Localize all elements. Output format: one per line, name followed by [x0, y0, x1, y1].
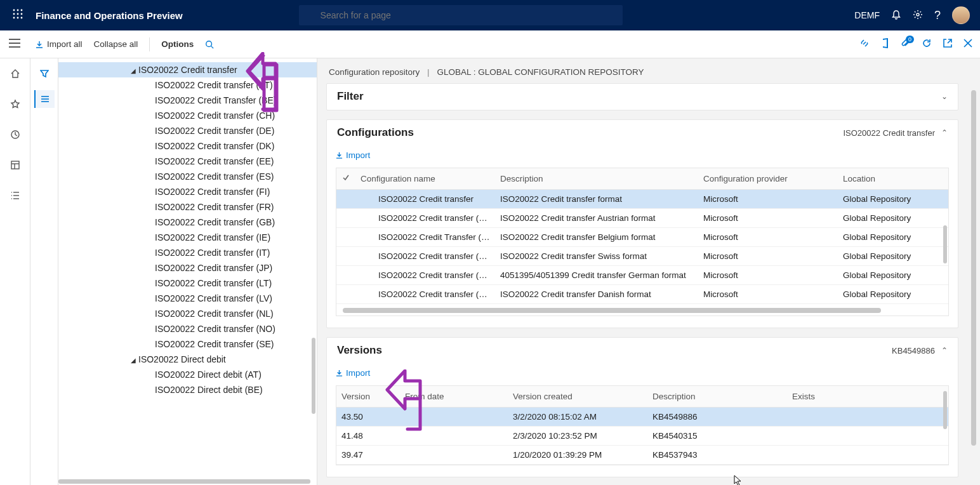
tree-node[interactable]: ISO20022 Credit transfer (SE) [58, 336, 317, 352]
configurations-subtitle: ISO20022 Credit transfer [843, 128, 935, 138]
svg-point-11 [917, 13, 919, 16]
col-location[interactable]: Location [838, 174, 948, 183]
col-ver-description[interactable]: Description [647, 392, 787, 401]
modules-icon[interactable] [5, 185, 25, 206]
table-row[interactable]: 39.471/20/2020 01:39:29 PMKB4537943 [336, 446, 948, 465]
tree-node[interactable]: ISO20022 Credit transfer (DE) [58, 123, 317, 138]
versions-subtitle: KB4549886 [892, 346, 935, 355]
tree-node[interactable]: ISO20022 Direct debit (BE) [58, 382, 317, 397]
table-row[interactable]: 41.482/3/2020 10:23:52 PMKB4540315 [336, 427, 948, 446]
col-version[interactable]: Version [336, 392, 400, 401]
filter-icon[interactable] [34, 65, 55, 83]
gear-icon[interactable] [913, 10, 923, 22]
filter-title: Filter [337, 90, 364, 103]
versions-grid[interactable]: Version From date Version created Descri… [336, 385, 949, 465]
import-all-button[interactable]: Import all [36, 39, 83, 49]
table-row[interactable]: ISO20022 Credit Transfer (BE)ISO20022 Cr… [336, 228, 948, 247]
config-import-button[interactable]: Import [336, 150, 370, 160]
link-icon[interactable] [859, 38, 870, 51]
breadcrumb: Configuration repository | GLOBAL : GLOB… [317, 58, 967, 83]
home-icon[interactable] [5, 63, 25, 84]
table-row[interactable]: ISO20022 Credit transfer (DK)ISO20022 Cr… [336, 285, 948, 304]
tree-node[interactable]: ISO20022 Credit transfer (AT) [58, 77, 317, 93]
configurations-title: Configurations [337, 126, 414, 139]
options-button[interactable]: Options [161, 39, 194, 49]
tree-node[interactable]: ISO20022 Credit transfer (IT) [58, 245, 317, 260]
tree-node[interactable]: ISO20022 Credit transfer (LT) [58, 276, 317, 291]
chevron-up-icon: ⌃ [941, 128, 948, 137]
notifications-icon[interactable] [891, 10, 901, 22]
col-config-name[interactable]: Configuration name [355, 174, 495, 183]
tree-node[interactable]: ISO20022 Credit transfer (FI) [58, 184, 317, 199]
versions-card: Versions KB4549886 ⌃ Import Version [326, 337, 958, 477]
app-title: Finance and Operations Preview [36, 10, 183, 21]
tree-node[interactable]: ISO20022 Credit transfer (IE) [58, 230, 317, 245]
chevron-up-icon: ⌃ [941, 346, 948, 355]
close-icon[interactable] [963, 39, 972, 50]
global-search-input[interactable] [299, 5, 623, 25]
content-panel: Configuration repository | GLOBAL : GLOB… [317, 58, 980, 485]
svg-point-8 [21, 17, 23, 19]
tree-node[interactable]: ISO20022 Credit transfer (FR) [58, 199, 317, 215]
cfg-v-scrollbar[interactable] [943, 225, 947, 263]
cursor-icon [734, 475, 743, 485]
tree-node[interactable]: ISO20022 Credit transfer (EE) [58, 154, 317, 169]
svg-point-2 [21, 10, 23, 11]
svg-line-16 [211, 46, 214, 48]
tree-node[interactable]: ISO20022 Credit transfer (LV) [58, 291, 317, 306]
filter-card-header[interactable]: Filter ⌄ [327, 84, 958, 110]
filter-card: Filter ⌄ [326, 83, 958, 110]
tree-h-scrollbar[interactable] [58, 479, 310, 484]
versions-header[interactable]: Versions KB4549886 ⌃ [327, 338, 958, 364]
app-launcher-icon[interactable] [5, 9, 30, 22]
tree-node[interactable]: ISO20022 Credit Transfer (BE) [58, 93, 317, 108]
tree-node[interactable]: ISO20022 Credit transfer (GB) [58, 215, 317, 230]
ver-v-scrollbar[interactable] [943, 391, 947, 429]
office-icon[interactable] [881, 38, 890, 51]
cfg-h-scrollbar[interactable] [343, 308, 881, 313]
action-bar: Import all Collapse all Options 0 [0, 30, 980, 58]
refresh-icon[interactable] [922, 38, 932, 51]
check-header[interactable] [336, 174, 355, 183]
tree-node-debit-root[interactable]: ◢ISO20022 Direct debit [58, 352, 317, 367]
tree-node[interactable]: ISO20022 Credit transfer (ES) [58, 169, 317, 184]
list-view-icon[interactable] [34, 90, 55, 108]
svg-point-1 [17, 10, 19, 11]
svg-point-7 [17, 17, 19, 19]
tree-node-root[interactable]: ◢ISO20022 Credit transfer [58, 62, 317, 77]
col-exists[interactable]: Exists [787, 392, 948, 401]
tree-node[interactable]: ISO20022 Credit transfer (NO) [58, 321, 317, 336]
table-row[interactable]: 43.503/2/2020 08:15:02 AMKB4549886 [336, 408, 948, 427]
tree-scrollbar[interactable] [312, 338, 315, 414]
hamburger-icon[interactable] [9, 39, 20, 50]
workspaces-icon[interactable] [5, 155, 25, 175]
config-tree[interactable]: ◢ISO20022 Credit transferISO20022 Credit… [58, 58, 317, 485]
popout-icon[interactable] [943, 39, 952, 50]
col-created[interactable]: Version created [508, 392, 647, 401]
table-row[interactable]: ISO20022 Credit transfer (AT)ISO20022 Cr… [336, 209, 948, 228]
col-from-date[interactable]: From date [400, 392, 508, 401]
configurations-header[interactable]: Configurations ISO20022 Credit transfer … [327, 120, 958, 146]
versions-import-button[interactable]: Import [336, 368, 370, 378]
configurations-grid[interactable]: Configuration name Description Configura… [336, 168, 949, 316]
tree-node[interactable]: ISO20022 Credit transfer (DK) [58, 138, 317, 154]
tree-node[interactable]: ISO20022 Credit transfer (NL) [58, 306, 317, 321]
col-description[interactable]: Description [495, 174, 698, 183]
attachments-icon[interactable]: 0 [901, 38, 910, 51]
table-row[interactable]: ISO20022 Credit transfer (DE)4051395/405… [336, 266, 948, 285]
company-code[interactable]: DEMF [854, 10, 880, 20]
table-row[interactable]: ISO20022 Credit transferISO20022 Credit … [336, 190, 948, 209]
tree-node[interactable]: ISO20022 Direct debit (AT) [58, 367, 317, 382]
favorites-icon[interactable] [5, 94, 25, 114]
breadcrumb-root[interactable]: Configuration repository [329, 67, 420, 77]
content-scrollbar[interactable] [971, 90, 976, 446]
user-avatar[interactable] [952, 6, 970, 24]
col-provider[interactable]: Configuration provider [698, 174, 838, 183]
tree-node[interactable]: ISO20022 Credit transfer (CH) [58, 108, 317, 123]
action-search-icon[interactable] [205, 40, 214, 49]
tree-node[interactable]: ISO20022 Credit transfer (JP) [58, 260, 317, 276]
recent-icon[interactable] [5, 124, 25, 145]
table-row[interactable]: ISO20022 Credit transfer (CH)ISO20022 Cr… [336, 247, 948, 266]
collapse-all-button[interactable]: Collapse all [94, 39, 138, 49]
help-icon[interactable]: ? [934, 9, 941, 22]
